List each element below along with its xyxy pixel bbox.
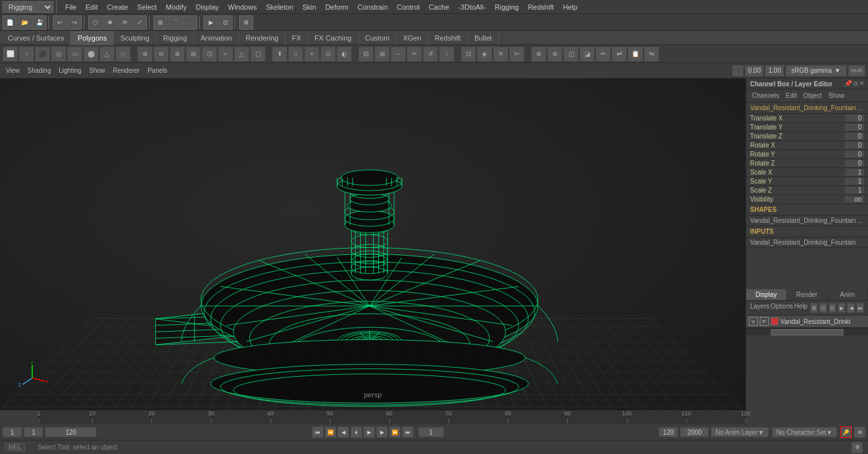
char-set-dropdown[interactable]: No Character Set▼ <box>772 427 837 437</box>
delete-edge-btn[interactable]: ✕ <box>493 46 508 62</box>
range-display[interactable]: 120 <box>45 427 97 437</box>
separate-btn[interactable]: ⊖ <box>153 46 169 62</box>
tab-sculpting[interactable]: Sculpting <box>114 31 157 45</box>
mode-dropdown[interactable]: Rigging Modeling Sculpting Animation <box>3 1 53 13</box>
translate-y-row[interactable]: Translate Y 0 <box>746 123 868 132</box>
camera-options-btn[interactable]: 🎥 <box>732 65 744 77</box>
current-frame-input[interactable] <box>24 427 43 437</box>
step-back-btn[interactable]: ⏪ <box>325 426 336 438</box>
prev-frame-btn[interactable]: ◀ <box>338 426 349 438</box>
max-frame-input[interactable] <box>680 427 709 437</box>
rotate-z-value[interactable]: 0 <box>845 160 864 167</box>
hud-btn[interactable]: HUD <box>848 65 865 77</box>
menu-item-display[interactable]: Display <box>192 2 223 12</box>
target-weld-btn[interactable]: ⊗ <box>531 46 546 62</box>
panels-menu-btn[interactable]: Panels <box>144 66 171 75</box>
keyframe-btn[interactable]: ⚙ <box>854 426 865 438</box>
skip-back-btn[interactable]: ⏮ <box>312 426 323 438</box>
timeline-ruler[interactable]: 1102030405060708090100110120 <box>39 410 746 424</box>
sphere-btn[interactable]: ○ <box>19 46 34 62</box>
insert-edge-btn[interactable]: ⊟ <box>358 46 374 62</box>
tab-custom[interactable]: Custom <box>359 31 397 45</box>
save-file-btn[interactable]: 💾 <box>32 15 46 30</box>
snap-curve-btn[interactable]: ⌒ <box>168 15 182 30</box>
scale-z-value[interactable]: 1 <box>845 187 864 194</box>
object-tab[interactable]: Object <box>802 91 824 100</box>
skip-forward-btn[interactable]: ⏭ <box>402 426 414 438</box>
shapes-value[interactable]: Vandal_Resistant_Drinking_Fountain_0... <box>746 216 868 226</box>
auto-key-btn[interactable]: 🔑 <box>840 426 852 438</box>
right-panel-scrollbar[interactable] <box>746 328 868 336</box>
start-frame-input[interactable] <box>3 427 22 437</box>
next-frame-btn[interactable]: ▶ <box>376 426 388 438</box>
translate-y-value[interactable]: 0 <box>845 124 864 131</box>
render-tab[interactable]: Render <box>787 289 827 300</box>
visibility-value[interactable]: on <box>845 196 864 203</box>
visibility-row[interactable]: Visibility on <box>746 195 868 204</box>
tab-fx-caching[interactable]: FX Caching <box>308 31 358 45</box>
translate-z-value[interactable]: 0 <box>845 133 864 140</box>
tab-rigging[interactable]: Rigging <box>157 31 194 45</box>
layer-end-btn[interactable]: ⏭ <box>856 303 864 313</box>
torus-btn[interactable]: ◎ <box>51 46 66 62</box>
booleans-btn[interactable]: ⊞ <box>186 46 201 62</box>
menu-item-rigging[interactable]: Rigging <box>491 2 523 12</box>
select-btn[interactable]: ⬡ <box>88 15 102 30</box>
tab-polygons[interactable]: Polygons <box>71 31 113 45</box>
menu-item-file[interactable]: File <box>61 2 81 12</box>
tab-rendering[interactable]: Rendering <box>239 31 285 45</box>
flip-edge-btn[interactable]: ↕ <box>439 46 454 62</box>
mel-label[interactable]: MEL <box>5 443 25 451</box>
transfer-btn[interactable]: ⇄ <box>612 46 627 62</box>
menu-item-modify[interactable]: Modify <box>162 2 190 12</box>
menu-item-skin[interactable]: Skin <box>298 2 320 12</box>
snap-point-btn[interactable]: · <box>183 15 197 30</box>
mirror-btn[interactable]: ⇋ <box>644 46 659 62</box>
rotate-x-value[interactable]: 0 <box>845 142 864 149</box>
smooth-btn[interactable]: ⌬ <box>202 46 217 62</box>
scale-x-value[interactable]: 1 <box>845 169 864 176</box>
create-layer-btn[interactable]: ⊞ <box>810 303 818 313</box>
tab-xgen[interactable]: XGen <box>396 31 428 45</box>
layer-color-swatch[interactable] <box>771 317 778 325</box>
scale-x-row[interactable]: Scale X 1 <box>746 168 868 177</box>
lighting-menu-btn[interactable]: Lighting <box>55 66 84 75</box>
options-menu-item[interactable]: Options <box>771 303 793 313</box>
ipr-btn[interactable]: ⊡ <box>218 15 233 30</box>
menu-item-help[interactable]: Help <box>559 2 582 12</box>
bevel-btn[interactable]: ◫ <box>563 46 579 62</box>
layer-next-btn[interactable]: ▶ <box>838 303 845 313</box>
plane-btn[interactable]: ▭ <box>67 46 82 62</box>
panel-float-btn[interactable]: ⧉ <box>853 80 858 88</box>
scale-z-row[interactable]: Scale Z 1 <box>746 186 868 195</box>
tab-bullet[interactable]: Bullet <box>468 31 499 45</box>
prism-btn[interactable]: ◇ <box>115 46 131 62</box>
spin-edge-btn[interactable]: ↺ <box>423 46 438 62</box>
redo-btn[interactable]: ↪ <box>68 15 82 30</box>
undo-btn[interactable]: ↩ <box>53 15 67 30</box>
show-tab[interactable]: Show <box>826 91 846 100</box>
layer-playback-toggle[interactable]: P <box>760 317 769 326</box>
offset-edge-btn[interactable]: ⊞ <box>374 46 390 62</box>
menu-item-skeleton[interactable]: Skeleton <box>262 2 297 12</box>
crease-btn[interactable]: ⊢ <box>509 46 525 62</box>
quadrangulate-btn[interactable]: ▢ <box>250 46 265 62</box>
frame-counter[interactable]: 1 <box>418 427 444 437</box>
tab-fx[interactable]: FX <box>285 31 308 45</box>
layer-visibility-toggle[interactable]: V <box>749 317 758 326</box>
renderer-menu-btn[interactable]: Renderer <box>110 66 143 75</box>
collapse-btn[interactable]: ◈ <box>477 46 492 62</box>
menu-item-deform[interactable]: Deform <box>322 2 352 12</box>
average-btn[interactable]: ≈ <box>218 46 233 62</box>
slide-edge-btn[interactable]: ↔ <box>391 46 406 62</box>
layers-menu-item[interactable]: Layers <box>750 303 769 313</box>
delete-layer-btn[interactable]: ⊟ <box>829 303 836 313</box>
rotate-x-row[interactable]: Rotate X 0 <box>746 141 868 150</box>
rotate-btn[interactable]: ⟳ <box>118 15 132 30</box>
panel-pin-btn[interactable]: 📌 <box>844 80 852 88</box>
translate-x-row[interactable]: Translate X 0 <box>746 114 868 123</box>
triangulate-btn[interactable]: △ <box>234 46 249 62</box>
view-menu-btn[interactable]: View <box>3 66 23 75</box>
translate-x-value[interactable]: 0 <box>845 115 864 122</box>
menu-item-cache[interactable]: Cache <box>425 2 453 12</box>
